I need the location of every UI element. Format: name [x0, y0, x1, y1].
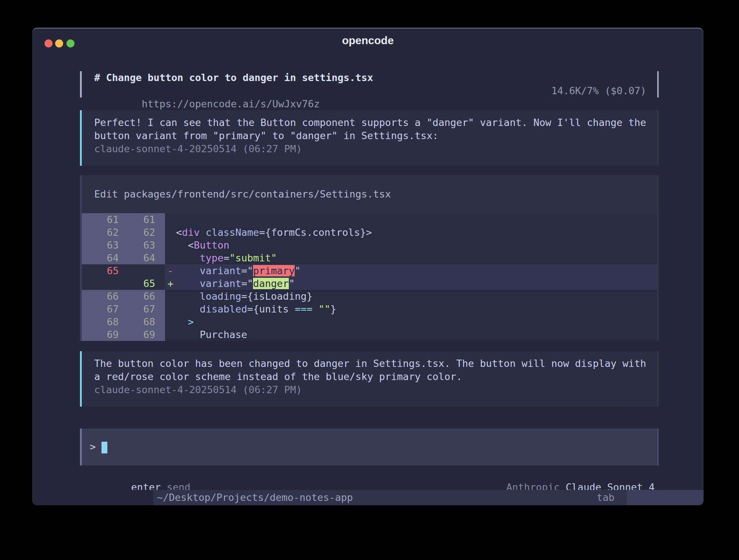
status-bar: opencode v0.3.11 ~/Desktop/Projects/demo…	[32, 490, 704, 505]
edit-tool-title: Edit packages/frontend/src/containers/Se…	[82, 175, 657, 213]
token-cost-stats: 14.6K/7% ($0.07)	[551, 84, 646, 97]
window-title: opencode	[32, 34, 704, 47]
titlebar: opencode	[32, 28, 704, 54]
model-timestamp: claude-sonnet-4-20250514 (06:27 PM)	[94, 142, 646, 156]
prompt-symbol: >	[90, 441, 96, 452]
diff-row: 6464 type="submit"	[82, 252, 657, 264]
model-hint: Anthropic Claude Sonnet 4	[459, 468, 655, 481]
message-text: a red/rose color scheme instead of the b…	[94, 370, 646, 383]
edit-tool-block: Edit packages/frontend/src/containers/Se…	[80, 175, 659, 341]
model-timestamp: claude-sonnet-4-20250514 (06:27 PM)	[94, 383, 646, 396]
assistant-message: The button color has been changed to dan…	[80, 351, 659, 407]
working-directory: ~/Desktop/Projects/demo-notes-app	[153, 490, 353, 505]
diff-row: 6767 disabled={units === ""}	[82, 303, 657, 315]
diff-row: 6666 loading={isLoading}	[82, 290, 657, 303]
diff-row: 6161	[82, 213, 657, 226]
assistant-message: Perfect! I can see that the Button compo…	[80, 110, 659, 166]
diff-row: 6969 Purchase	[82, 328, 657, 341]
diff-row: 65- variant="primary"	[82, 264, 657, 277]
message-text: The button color has been changed to dan…	[94, 357, 646, 370]
diff-row: 6363 <Button	[82, 239, 657, 252]
share-url: https://opencode.ai/s/UwJxv76z	[142, 98, 320, 110]
diff-row: 65+ variant="danger"	[82, 277, 657, 290]
diff-row: 6868 >	[82, 315, 657, 328]
build-mode-chip[interactable]: BUILD MODE	[627, 490, 704, 505]
prompt-line[interactable]: >	[90, 440, 646, 453]
app-version-chip: opencode v0.3.11	[32, 490, 153, 505]
statusbar-middle: ~/Desktop/Projects/demo-notes-app tab	[153, 490, 627, 505]
enter-hint: enter send	[84, 468, 191, 481]
diff-row: 6262<div className={formCs.controls}>	[82, 226, 657, 239]
message-text: Perfect! I can see that the Button compo…	[94, 116, 646, 129]
tab-key-hint: tab	[597, 490, 627, 505]
text-cursor	[102, 442, 107, 453]
message-text: button variant from "primary" to "danger…	[94, 129, 646, 142]
diff-body: 61616262<div className={formCs.controls}…	[82, 213, 657, 341]
opencode-window: opencode # Change button color to danger…	[32, 28, 704, 505]
prompt-input[interactable]: >	[80, 429, 659, 465]
session-content: # Change button color to danger in setti…	[80, 54, 659, 481]
session-title: # Change button color to danger in setti…	[94, 71, 646, 84]
session-header: # Change button color to danger in setti…	[80, 71, 659, 97]
hint-row: enter send Anthropic Claude Sonnet 4	[80, 468, 659, 481]
